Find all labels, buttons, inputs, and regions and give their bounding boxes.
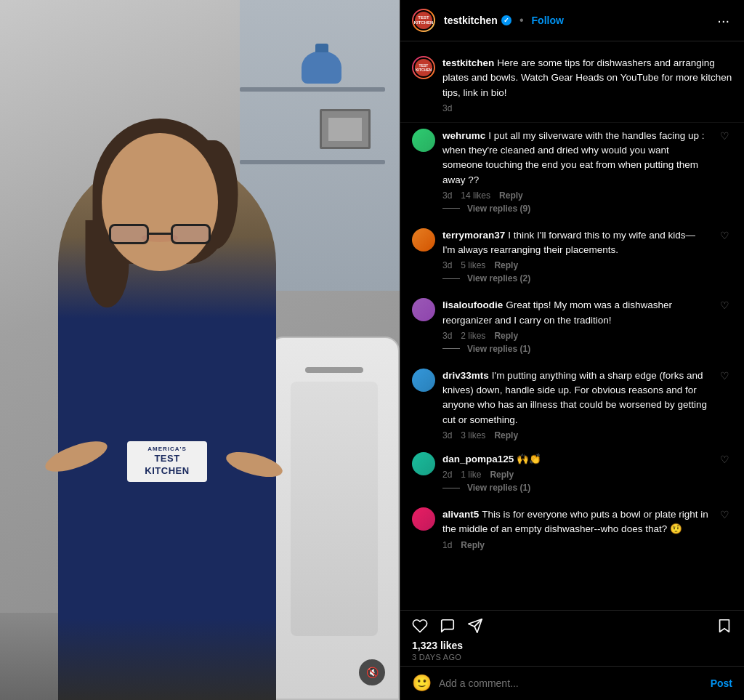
comment-post-button[interactable] (440, 618, 456, 634)
glasses (109, 224, 211, 246)
header-username[interactable]: testkitchen (444, 15, 498, 26)
comment-body: dan_pompa125🙌👏 2d 1 like Reply (442, 452, 710, 480)
comment-meta: 3d 3 likes Reply (442, 430, 710, 440)
header-avatar[interactable]: TESTKITCHEN (412, 9, 435, 32)
post-date: 3 days ago (412, 653, 732, 661)
comment-text: terrymoran37I think I'll forward this to… (442, 228, 710, 258)
comment-item: wehrumcI put all my silverware with the … (400, 123, 744, 222)
action-icons-row (412, 618, 732, 634)
view-replies-text: View replies (1) (467, 483, 530, 493)
comment-body: terrymoran37I think I'll forward this to… (442, 228, 710, 271)
comment-likes: 2 likes (461, 331, 485, 341)
reply-button[interactable]: Reply (499, 190, 523, 201)
sound-button[interactable]: 🔇 (359, 659, 385, 685)
comment-time: 3d (442, 430, 452, 440)
emoji-button[interactable]: 🙂 (412, 674, 432, 693)
like-button[interactable]: ♡ (717, 298, 732, 313)
caption-avatar-inner: TESTKITCHEN (413, 57, 434, 78)
shirt-label-top: AMERICA'S (136, 446, 198, 453)
left-arm (42, 435, 111, 478)
comment-text: lisaloufoodieGreat tips! My mom was a di… (442, 298, 710, 328)
view-replies-text: View replies (1) (467, 344, 530, 354)
header-username-row: testkitchen • Follow (444, 14, 564, 27)
comment-avatar[interactable] (412, 507, 435, 531)
comment-meta: 3d 2 likes Reply (442, 331, 710, 341)
view-replies-text: View replies (9) (467, 204, 530, 214)
comment-avatar[interactable] (412, 228, 435, 252)
shirt-label-bottom: TEST KITCHEN (136, 453, 198, 478)
comment-body: alivant5This is for everyone who puts a … (442, 507, 710, 550)
comment-likes: 5 likes (461, 260, 485, 270)
add-comment-row: 🙂 Post (400, 666, 744, 700)
comments-scroll-area[interactable]: TESTKITCHEN testkitchenHere are some tip… (400, 41, 744, 610)
video-panel: AMERICA'S TEST KITCHEN 🔇 (0, 0, 400, 700)
shirt-label: AMERICA'S TEST KITCHEN (127, 441, 207, 482)
wall-frame-inner (328, 118, 362, 141)
like-post-button[interactable] (412, 618, 428, 634)
comment-likes: 14 likes (461, 190, 490, 201)
view-replies-line (442, 278, 460, 279)
reply-button[interactable]: Reply (494, 260, 518, 270)
caption-text: testkitchenHere are some tips for dishwa… (442, 56, 732, 100)
comment-body: driv33mtsI'm putting anything with a sha… (442, 369, 710, 440)
add-comment-input[interactable] (439, 677, 711, 689)
save-post-button[interactable] (716, 618, 732, 634)
like-button[interactable]: ♡ (717, 507, 732, 522)
more-options-button[interactable]: ··· (714, 9, 732, 32)
comment-item: lisaloufoodieGreat tips! My mom was a di… (400, 292, 744, 363)
caption-time: 3d (442, 103, 732, 113)
dishwasher-door (291, 382, 378, 636)
view-replies-button[interactable]: View replies (2) (412, 270, 732, 286)
pot-lid (315, 44, 328, 52)
reply-button[interactable]: Reply (494, 430, 518, 440)
caption-body: testkitchenHere are some tips for dishwa… (442, 56, 732, 113)
comment-meta: 3d 5 likes Reply (442, 260, 710, 270)
post-header: TESTKITCHEN testkitchen • Follow ··· (400, 0, 744, 41)
comment-item: terrymoran37I think I'll forward this to… (400, 222, 744, 293)
person: AMERICA'S TEST KITCHEN (22, 104, 298, 700)
caption-username[interactable]: testkitchen (442, 57, 494, 68)
person-head (102, 133, 218, 271)
comment-text: driv33mtsI'm putting anything with a sha… (442, 369, 710, 427)
comment-username[interactable]: terrymoran37 (442, 230, 505, 241)
view-replies-button[interactable]: View replies (1) (412, 341, 732, 357)
caption-avatar[interactable]: TESTKITCHEN (412, 56, 435, 79)
reply-button[interactable]: Reply (461, 540, 485, 550)
comment-time: 3d (442, 331, 452, 341)
follow-button[interactable]: Follow (532, 15, 564, 26)
comments-panel: TESTKITCHEN testkitchen • Follow ··· TES… (400, 0, 744, 700)
comment-time: 3d (442, 190, 452, 201)
share-post-button[interactable] (467, 618, 483, 634)
post-comment-button[interactable]: Post (711, 677, 732, 689)
header-dot: • (519, 14, 524, 27)
comment-avatar[interactable] (412, 369, 435, 392)
comment-avatar[interactable] (412, 129, 435, 152)
view-replies-line (442, 208, 460, 209)
like-button[interactable]: ♡ (717, 228, 732, 243)
like-button[interactable]: ♡ (717, 129, 732, 143)
comment-likes: 3 likes (461, 430, 485, 440)
comment-username[interactable]: lisaloufoodie (442, 299, 503, 310)
view-replies-line (442, 488, 460, 488)
like-button[interactable]: ♡ (717, 452, 732, 467)
comment-username[interactable]: alivant5 (442, 509, 479, 520)
comment-item: driv33mtsI'm putting anything with a sha… (400, 363, 744, 446)
reply-button[interactable]: Reply (490, 470, 514, 480)
comment-meta: 3d 14 likes Reply (442, 190, 710, 201)
like-button[interactable]: ♡ (717, 369, 732, 383)
comment-item: alivant5This is for everyone who puts a … (400, 502, 744, 556)
glasses-right-frame (171, 224, 211, 244)
view-replies-button[interactable]: View replies (1) (412, 480, 732, 496)
comment-username[interactable]: dan_pompa125 (442, 454, 514, 464)
comment-avatar[interactable] (412, 452, 435, 475)
comment-username[interactable]: wehrumc (442, 130, 485, 141)
comment-time: 2d (442, 470, 452, 480)
comment-username[interactable]: driv33mts (442, 370, 489, 381)
glasses-bridge (149, 233, 171, 235)
video-background: AMERICA'S TEST KITCHEN 🔇 (0, 0, 400, 700)
dishwasher-handle (305, 367, 363, 373)
shelf-1 (240, 87, 385, 92)
comment-avatar[interactable] (412, 298, 435, 321)
reply-button[interactable]: Reply (494, 331, 518, 341)
view-replies-button[interactable]: View replies (9) (412, 201, 732, 217)
